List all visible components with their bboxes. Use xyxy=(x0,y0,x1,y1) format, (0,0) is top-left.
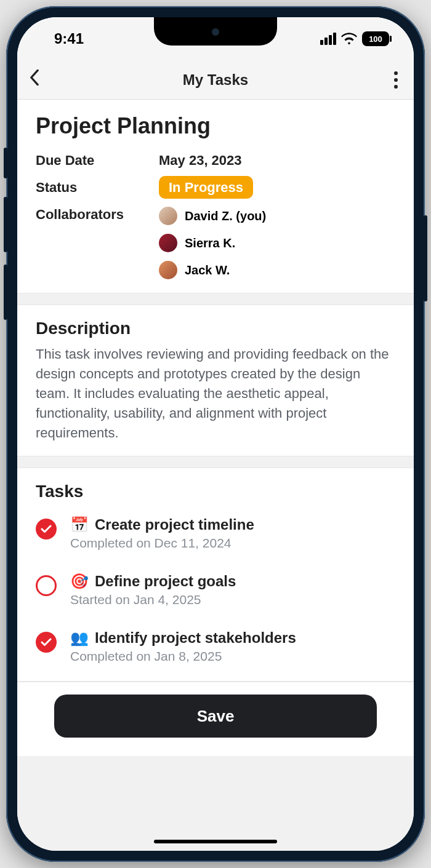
collaborators-label: Collaborators xyxy=(36,207,159,279)
subtask-sub: Completed on Jan 8, 2025 xyxy=(70,649,395,664)
target-icon: 🎯 xyxy=(70,573,89,590)
avatar-icon xyxy=(159,207,177,225)
subtasks-heading: Tasks xyxy=(36,482,395,501)
subtask-title: Define project goals xyxy=(95,573,236,590)
collaborator-name: David Z. (you) xyxy=(185,209,266,223)
subtask-item[interactable]: 🎯 Define project goals Started on Jan 4,… xyxy=(36,564,395,621)
check-icon xyxy=(41,638,52,647)
subtask-item[interactable]: 👥 Identify project stakeholders Complete… xyxy=(36,621,395,667)
collaborator-item[interactable]: Jack W. xyxy=(159,261,266,279)
signal-icon xyxy=(320,33,336,45)
description-heading: Description xyxy=(36,319,395,338)
screen-header: My Tasks xyxy=(17,60,414,100)
collaborator-item[interactable]: Sierra K. xyxy=(159,234,266,252)
due-date-value: May 23, 2023 xyxy=(159,153,242,169)
subtask-checkbox[interactable] xyxy=(36,632,57,653)
subtask-sub: Completed on Dec 11, 2024 xyxy=(70,536,395,551)
header-title: My Tasks xyxy=(183,71,248,89)
people-icon: 👥 xyxy=(70,629,89,647)
description-body: This task involves reviewing and providi… xyxy=(36,344,395,442)
subtask-checkbox[interactable] xyxy=(36,575,57,596)
collaborator-name: Jack W. xyxy=(185,263,230,277)
task-detail-card: Project Planning Due Date May 23, 2023 S… xyxy=(17,100,414,293)
footer-bar: Save xyxy=(17,682,414,756)
status-time: 9:41 xyxy=(54,30,84,47)
avatar-icon xyxy=(159,261,177,279)
more-button[interactable] xyxy=(394,71,398,89)
due-date-label: Due Date xyxy=(36,153,159,169)
subtask-sub: Started on Jan 4, 2025 xyxy=(70,592,395,607)
home-indicator[interactable] xyxy=(154,840,277,843)
subtasks-card: Tasks 📅 Create project timeline Complete… xyxy=(17,468,414,682)
subtask-title: Identify project stakeholders xyxy=(95,629,296,647)
status-badge[interactable]: In Progress xyxy=(159,176,253,199)
subtask-title: Create project timeline xyxy=(95,516,254,533)
phone-frame: 9:41 100 My Tasks Project Planning Due D… xyxy=(6,6,425,862)
subtask-item[interactable]: 📅 Create project timeline Completed on D… xyxy=(36,508,395,564)
battery-icon: 100 xyxy=(362,31,389,46)
status-label: Status xyxy=(36,180,159,196)
save-button[interactable]: Save xyxy=(54,695,377,738)
description-card: Description This task involves reviewing… xyxy=(17,305,414,456)
back-button[interactable] xyxy=(30,70,39,90)
avatar-icon xyxy=(159,234,177,252)
task-title: Project Planning xyxy=(36,113,395,139)
collaborator-item[interactable]: David Z. (you) xyxy=(159,207,266,225)
check-icon xyxy=(41,525,52,533)
subtask-checkbox[interactable] xyxy=(36,519,57,540)
notch xyxy=(154,17,277,46)
collaborator-name: Sierra K. xyxy=(185,236,235,250)
calendar-icon: 📅 xyxy=(70,516,89,533)
wifi-icon xyxy=(341,33,357,45)
